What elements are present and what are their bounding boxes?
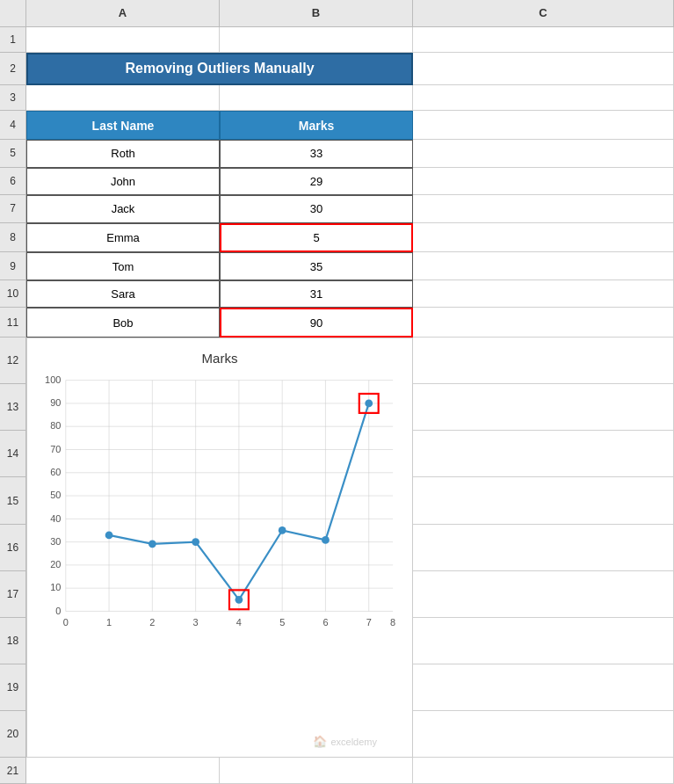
row-19: 19 <box>0 664 26 711</box>
col-header-a: A <box>26 0 220 27</box>
cell-d2 <box>413 53 674 85</box>
cell-d5 <box>413 140 674 168</box>
cell-c3 <box>413 85 674 112</box>
cell-name-tom: Tom <box>26 252 220 280</box>
cell-d10 <box>413 280 674 309</box>
row-16: 16 <box>0 525 26 571</box>
cell-marks-bob-outlier: 90 <box>220 308 413 338</box>
svg-text:1: 1 <box>106 617 112 628</box>
cell-c21 <box>220 758 413 784</box>
svg-text:40: 40 <box>50 513 61 524</box>
cell-b21 <box>26 758 220 784</box>
cell-d8 <box>413 223 674 253</box>
row-13: 13 <box>0 384 26 431</box>
col-header-b: B <box>220 0 413 27</box>
svg-text:0: 0 <box>63 617 69 628</box>
cell-d17 <box>413 571 674 618</box>
cell-d4 <box>413 111 674 140</box>
chart-dot-3 <box>192 538 199 546</box>
svg-text:0: 0 <box>55 606 61 616</box>
row-7: 7 <box>0 195 26 223</box>
chart-title: Marks <box>27 345 412 366</box>
cell-d14 <box>413 431 674 477</box>
col-header-c: C <box>413 0 674 27</box>
cell-d15 <box>413 477 674 524</box>
row-17: 17 <box>0 571 26 618</box>
chart-dot-5 <box>279 526 286 534</box>
cell-d7 <box>413 195 674 223</box>
row-8: 8 <box>0 223 26 253</box>
cell-d11 <box>413 308 674 338</box>
svg-text:90: 90 <box>50 397 61 408</box>
svg-text:2: 2 <box>149 617 155 628</box>
cell-d12 <box>413 338 674 384</box>
cell-name-emma: Emma <box>26 223 220 253</box>
row-14: 14 <box>0 431 26 477</box>
row-11: 11 <box>0 308 26 338</box>
watermark: 🏠 exceldemy <box>313 735 377 748</box>
svg-text:20: 20 <box>50 559 61 570</box>
svg-text:60: 60 <box>50 467 61 477</box>
row-20: 20 <box>0 711 26 758</box>
cell-marks-tom: 35 <box>220 252 413 280</box>
cell-d6 <box>413 168 674 196</box>
row-10: 10 <box>0 280 26 309</box>
svg-text:3: 3 <box>193 617 199 628</box>
row-18: 18 <box>0 618 26 664</box>
chart-dot-7-outlier <box>365 400 373 408</box>
row-12: 12 <box>0 338 26 384</box>
row-15: 15 <box>0 477 26 524</box>
cell-d20 <box>413 711 674 758</box>
row-6: 6 <box>0 168 26 196</box>
row-3: 3 <box>0 85 26 112</box>
cell-d18 <box>413 618 674 664</box>
cell-name-bob: Bob <box>26 308 220 338</box>
cell-marks-roth: 33 <box>220 140 413 168</box>
chart-dot-2 <box>149 540 156 548</box>
cell-b1 <box>220 27 413 54</box>
cell-name-john: John <box>26 168 220 196</box>
cell-name-sara: Sara <box>26 280 220 309</box>
svg-text:8: 8 <box>390 617 395 628</box>
svg-text:50: 50 <box>50 490 61 500</box>
chart-area: Marks <box>26 338 413 758</box>
title-cell: Removing Outliers Manually <box>26 53 413 85</box>
cell-c1 <box>413 27 674 54</box>
chart-dot-4-outlier <box>236 596 243 604</box>
corner-header <box>0 0 26 27</box>
cell-d9 <box>413 252 674 280</box>
svg-text:7: 7 <box>366 617 372 628</box>
chart-svg: 0 10 20 30 40 50 60 70 80 90 100 0 1 2 3… <box>27 369 412 642</box>
cell-marks-john: 29 <box>220 168 413 196</box>
svg-text:6: 6 <box>323 617 328 628</box>
cell-marks-sara: 31 <box>220 280 413 309</box>
row-4: 4 <box>0 111 26 140</box>
svg-text:4: 4 <box>236 617 242 628</box>
svg-text:30: 30 <box>50 536 61 547</box>
cell-d13 <box>413 384 674 431</box>
svg-text:100: 100 <box>45 374 61 385</box>
cell-a1 <box>26 27 220 54</box>
chart-dot-6 <box>322 536 330 544</box>
row-9: 9 <box>0 252 26 280</box>
svg-text:80: 80 <box>50 421 61 432</box>
chart-dot-1 <box>105 532 113 540</box>
cell-marks-emma-outlier: 5 <box>220 223 413 253</box>
cell-d21 <box>413 758 674 784</box>
svg-text:10: 10 <box>50 583 61 593</box>
svg-text:70: 70 <box>50 444 61 454</box>
row-1: 1 <box>0 27 26 54</box>
cell-name-jack: Jack <box>26 195 220 223</box>
table-col-lastname: Last Name <box>26 111 220 140</box>
cell-d16 <box>413 525 674 571</box>
svg-text:5: 5 <box>279 617 285 628</box>
cell-marks-jack: 30 <box>220 195 413 223</box>
row-21: 21 <box>0 758 26 784</box>
table-col-marks: Marks <box>220 111 413 140</box>
row-2: 2 <box>0 53 26 85</box>
cell-b3 <box>220 85 413 112</box>
cell-d19 <box>413 664 674 711</box>
row-5: 5 <box>0 140 26 168</box>
cell-a3 <box>26 85 220 112</box>
cell-name-roth: Roth <box>26 140 220 168</box>
